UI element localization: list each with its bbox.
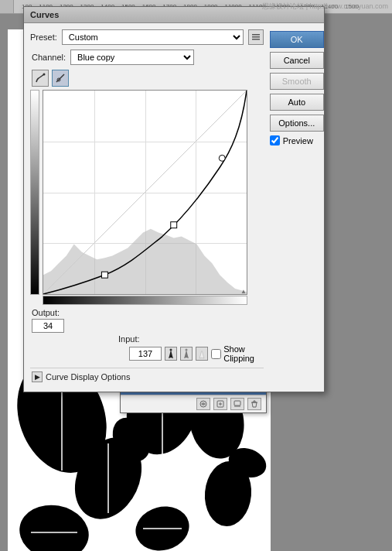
ruler-corner [0,0,14,14]
curves-dialog: Curves Preset: Custom Channel: Blue copy [23,6,325,392]
channel-delete-btn[interactable] [247,398,261,410]
preset-label: Preset: [30,33,57,42]
options-button[interactable]: Options... [270,115,324,132]
svg-point-24 [186,349,188,351]
svg-rect-16 [252,39,260,40]
channel-row: Channel: Blue copy [30,50,264,65]
show-clipping-row: Show Clipping [211,344,264,363]
ok-button[interactable]: OK [270,31,324,48]
curve-graph[interactable]: ▲ [43,90,247,295]
preset-icon-button[interactable] [248,29,264,45]
output-label: Output: [32,308,60,317]
expand-curve-options[interactable]: ▶ [32,371,43,382]
smooth-button[interactable]: Smooth [270,73,324,90]
output-row: Output: [32,308,264,317]
watermark: 思缘设计论坛 | http://www.missyuan.com [262,2,388,12]
svg-point-25 [201,349,203,351]
svg-rect-21 [171,222,177,228]
dialog-title: Curves [30,10,59,19]
channel-label: Channel: [32,53,66,62]
panel-footer [121,395,266,412]
svg-point-22 [219,155,225,161]
curve-tools [30,70,264,87]
triangle-marker: ▲ [240,288,247,294]
svg-point-9 [131,501,194,551]
cancel-button[interactable]: Cancel [270,52,324,69]
dialog-left: Preset: Custom Channel: Blue copy [30,29,264,385]
output-field[interactable] [32,319,64,333]
channel-option-btn-3[interactable] [230,398,244,410]
preview-label: Preview [283,136,313,145]
preview-row: Preview [270,135,324,145]
svg-point-23 [170,349,172,351]
preset-select[interactable]: Custom [62,29,244,45]
eyedropper-black[interactable] [165,347,177,361]
channel-select[interactable]: Blue copy [70,50,194,65]
gradient-bar-bottom [43,296,247,305]
dialog-buttons: OK Cancel Smooth Auto Options... Preview [270,29,324,385]
svg-point-17 [43,74,46,76]
svg-rect-20 [101,272,107,278]
channel-option-btn-1[interactable] [196,398,210,410]
svg-rect-45 [234,401,240,406]
preset-row: Preset: Custom [30,29,264,45]
svg-rect-15 [252,36,260,38]
curve-display-label: Curve Display Options [46,372,130,382]
input-label: Input: [118,334,140,344]
auto-button[interactable]: Auto [270,94,324,111]
show-clipping-checkbox[interactable] [211,349,221,359]
gradient-bar-left [30,90,39,295]
curve-tool-edit[interactable] [32,70,49,87]
preview-checkbox[interactable] [270,135,280,145]
channel-option-btn-2[interactable] [213,398,227,410]
curve-tool-pen[interactable] [52,70,69,87]
curve-display-options: ▶ Curve Display Options [30,368,264,385]
eyedropper-gray[interactable] [180,347,193,361]
input-area: Input: [30,334,264,344]
svg-rect-14 [252,34,260,36]
curve-graph-container: ▲ Output: Input: [30,90,264,363]
output-box: Output: [30,308,264,333]
input-field[interactable] [129,347,162,361]
input-row: Show Clipping [30,344,264,363]
show-clipping-label: Show Clipping [223,344,264,363]
dialog-body: Preset: Custom Channel: Blue copy [24,23,324,392]
eyedropper-white[interactable] [196,347,208,361]
